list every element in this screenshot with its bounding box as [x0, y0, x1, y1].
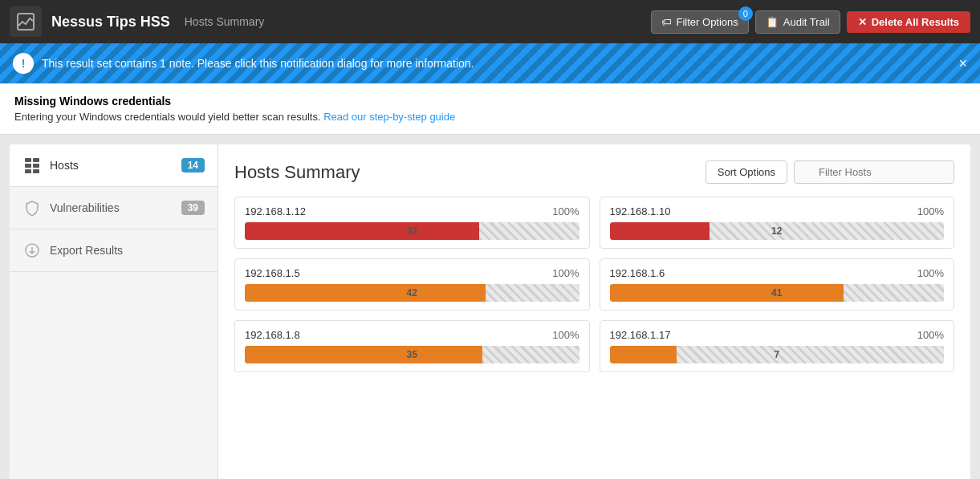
host-card[interactable]: 192.168.1.10 100% 12 — [600, 197, 955, 249]
host-card-header: 192.168.1.17 100% — [610, 329, 945, 341]
filter-badge: 0 — [738, 6, 753, 21]
host-ip: 192.168.1.10 — [610, 205, 671, 217]
svg-rect-0 — [18, 14, 34, 30]
svg-rect-1 — [25, 158, 31, 162]
shield-icon — [22, 198, 42, 217]
host-card-header: 192.168.1.8 100% — [245, 329, 579, 341]
host-percent: 100% — [552, 205, 579, 217]
warning-body: Entering your Windows credentials would … — [14, 111, 321, 123]
host-percent: 100% — [917, 329, 944, 341]
host-card-header: 192.168.1.10 100% — [610, 205, 945, 217]
sidebar-item-vulnerabilities[interactable]: Vulnerabilities 39 — [10, 187, 218, 229]
grid-icon — [22, 156, 42, 175]
audit-trail-button[interactable]: 📋 Audit Trail — [755, 10, 840, 34]
sidebar-vuln-badge: 39 — [181, 201, 205, 215]
progress-bar: 41 — [610, 284, 945, 302]
progress-bar: 33 — [245, 222, 579, 240]
filter-hosts-wrapper: 🔍 — [794, 160, 954, 184]
warning-link[interactable]: Read our step-by-step guide — [323, 111, 455, 123]
sidebar-item-export[interactable]: Export Results — [10, 229, 218, 272]
progress-bar: 7 — [610, 346, 945, 363]
content-panel: Hosts Summary Sort Options 🔍 192.168.1.1… — [218, 144, 970, 479]
tag-icon: 🏷 — [661, 16, 672, 28]
filter-options-label: Filter Options — [677, 16, 738, 28]
sidebar-item-hosts[interactable]: Hosts 14 — [10, 144, 218, 187]
filter-hosts-input[interactable] — [794, 160, 954, 184]
main-content: Hosts 14 Vulnerabilities 39 Export Res — [10, 144, 970, 479]
host-percent: 100% — [917, 267, 944, 279]
host-card[interactable]: 192.168.1.8 100% 35 — [234, 320, 590, 372]
svg-rect-4 — [33, 164, 39, 168]
app-logo — [10, 6, 42, 37]
hosts-grid: 192.168.1.12 100% 33 192.168.1.10 100% 1… — [234, 197, 954, 372]
progress-count: 12 — [610, 222, 945, 240]
progress-count: 41 — [610, 284, 945, 302]
delete-all-label: Delete All Results — [872, 16, 959, 28]
warning-title: Missing Windows credentials — [14, 95, 966, 108]
progress-count: 42 — [245, 284, 579, 302]
host-card[interactable]: 192.168.1.12 100% 33 — [234, 197, 590, 249]
host-card-header: 192.168.1.12 100% — [245, 205, 579, 217]
info-icon: ! — [13, 53, 34, 74]
progress-count: 33 — [245, 222, 579, 240]
warning-text: Entering your Windows credentials would … — [14, 111, 966, 123]
filter-options-button[interactable]: 🏷 Filter Options 0 — [651, 10, 749, 34]
host-card-header: 192.168.1.5 100% — [245, 267, 579, 279]
sort-options-button[interactable]: Sort Options — [706, 160, 787, 184]
host-card[interactable]: 192.168.1.17 100% 7 — [600, 320, 955, 372]
progress-bar: 35 — [245, 346, 579, 363]
notification-message: This result set contains 1 note. Please … — [42, 57, 474, 70]
host-ip: 192.168.1.6 — [610, 267, 665, 279]
sidebar-export-label: Export Results — [50, 244, 205, 257]
host-card[interactable]: 192.168.1.6 100% 41 — [600, 258, 955, 311]
progress-count: 35 — [245, 346, 579, 363]
sidebar-vuln-label: Vulnerabilities — [50, 201, 173, 214]
host-ip: 192.168.1.8 — [245, 329, 300, 341]
sidebar-hosts-badge: 14 — [181, 158, 205, 173]
host-ip: 192.168.1.5 — [245, 267, 300, 279]
delete-all-button[interactable]: ✕ Delete All Results — [847, 11, 970, 33]
app-subtitle: Hosts Summary — [185, 15, 265, 28]
page-title: Hosts Summary — [234, 162, 706, 183]
host-percent: 100% — [552, 329, 579, 341]
content-header: Hosts Summary Sort Options 🔍 — [234, 160, 954, 184]
audit-trail-label: Audit Trail — [783, 16, 830, 28]
progress-count: 7 — [610, 346, 945, 363]
doc-icon: 📋 — [766, 16, 779, 28]
progress-bar: 12 — [610, 222, 945, 240]
x-icon: ✕ — [858, 16, 867, 28]
notification-bar[interactable]: ! This result set contains 1 note. Pleas… — [0, 43, 980, 83]
svg-rect-5 — [25, 169, 31, 173]
sidebar: Hosts 14 Vulnerabilities 39 Export Res — [10, 144, 218, 479]
svg-rect-2 — [33, 158, 39, 162]
svg-rect-6 — [33, 169, 39, 173]
warning-box: Missing Windows credentials Entering you… — [0, 83, 980, 135]
host-ip: 192.168.1.12 — [245, 205, 306, 217]
host-ip: 192.168.1.17 — [610, 329, 671, 341]
host-card[interactable]: 192.168.1.5 100% 42 — [234, 258, 590, 311]
sidebar-hosts-label: Hosts — [50, 159, 173, 172]
app-header: Nessus Tips HSS Hosts Summary 🏷 Filter O… — [0, 0, 980, 43]
host-percent: 100% — [552, 267, 579, 279]
progress-bar: 42 — [245, 284, 579, 302]
svg-rect-3 — [25, 164, 31, 168]
host-card-header: 192.168.1.6 100% — [610, 267, 945, 279]
header-actions: 🏷 Filter Options 0 📋 Audit Trail ✕ Delet… — [651, 10, 970, 34]
host-percent: 100% — [917, 205, 944, 217]
app-title: Nessus Tips HSS — [51, 14, 170, 30]
download-icon — [22, 241, 42, 260]
notification-close-button[interactable]: × — [958, 56, 967, 71]
